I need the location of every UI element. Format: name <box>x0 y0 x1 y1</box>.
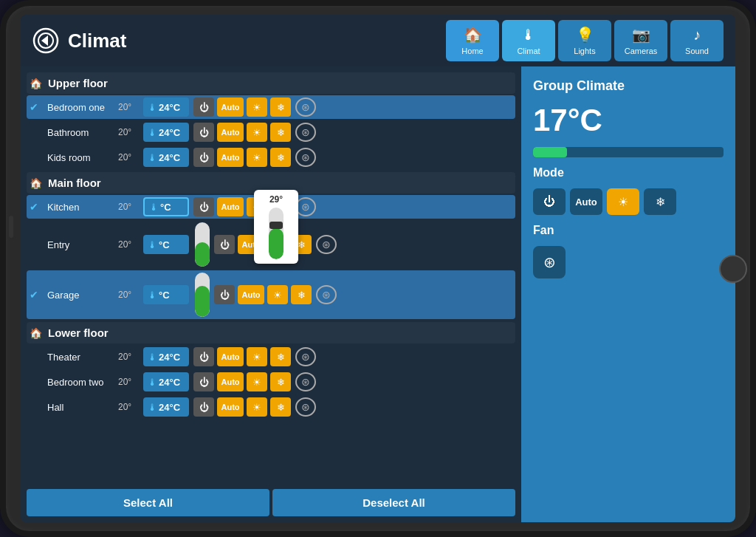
temp-val-kids-room: 24°C <box>159 152 180 163</box>
slider-track-kitchen[interactable] <box>269 208 284 259</box>
nav-tabs: 🏠 Home 🌡 Climat 💡 Lights 📷 Cameras ♪ <box>446 20 724 61</box>
sun-btn-theater[interactable]: ☀ <box>247 347 267 366</box>
side-button[interactable] <box>9 216 13 238</box>
room-name-theater: Theater <box>47 352 114 363</box>
temp-slider-kitchen[interactable]: 29° <box>254 190 298 264</box>
room-name-garage: Garage <box>47 290 114 301</box>
room-row-bathroom[interactable]: ✔ Bathroom 20° 🌡 24°C ⏻ Auto ☀ ❄ <box>27 120 515 144</box>
fan-btn-bedroom-one[interactable]: ⊛ <box>295 98 316 117</box>
auto-btn-kitchen[interactable]: Auto <box>217 197 244 216</box>
mode-btn-cool[interactable]: ❄ <box>644 188 676 215</box>
setpoint-bedroom-two: 20° <box>118 377 139 387</box>
room-row-kids-room[interactable]: ✔ Kids room 20° 🌡 24°C ⏻ Auto ☀ ❄ <box>27 146 515 169</box>
floor-icon-upper: 🏠 <box>30 78 42 89</box>
room-row-bedroom-one[interactable]: ✔ Bedroom one 20° 🌡 24°C ⏻ Auto ☀ ❄ <box>27 95 515 119</box>
fan-btn-entry[interactable]: ⊛ <box>316 235 337 254</box>
auto-btn-garage[interactable]: Auto <box>238 285 264 304</box>
fan-btn-hall[interactable]: ⊛ <box>295 397 316 417</box>
temp-display-entry[interactable]: 🌡 °C <box>143 235 189 254</box>
controls-theater: ⏻ Auto ☀ ❄ <box>193 347 291 366</box>
fan-btn-kitchen[interactable]: ⊛ <box>295 197 316 216</box>
back-icon[interactable] <box>32 27 59 54</box>
floor-label-lower: Lower floor <box>48 326 109 339</box>
fan-btn-bedroom-two[interactable]: ⊛ <box>295 372 316 391</box>
snow-btn-hall[interactable]: ❄ <box>270 397 291 417</box>
snow-btn-garage[interactable]: ❄ <box>291 285 312 304</box>
deselect-all-button[interactable]: Deselect All <box>272 489 515 516</box>
auto-btn-bedroom-two[interactable]: Auto <box>217 372 244 391</box>
temp-display-bathroom[interactable]: 🌡 24°C <box>143 123 189 142</box>
temp-display-bedroom-two[interactable]: 🌡 24°C <box>143 372 189 391</box>
sun-btn-hall[interactable]: ☀ <box>247 397 267 417</box>
auto-btn-hall[interactable]: Auto <box>217 397 244 417</box>
nav-tab-home[interactable]: 🏠 Home <box>446 20 499 61</box>
therm-icon-bedroom-two: 🌡 <box>148 377 157 388</box>
room-name-kitchen: Kitchen <box>47 202 114 213</box>
controls-kids-room: ⏻ Auto ☀ ❄ <box>193 148 291 167</box>
snow-btn-kids-room[interactable]: ❄ <box>270 148 291 167</box>
snow-btn-bathroom[interactable]: ❄ <box>270 123 291 142</box>
nav-tab-cameras[interactable]: 📷 Cameras <box>614 20 667 61</box>
tablet-screen: Climat 🏠 Home 🌡 Climat 💡 Lights 📷 Camer <box>21 15 735 522</box>
fan-btn-kids-room[interactable]: ⊛ <box>295 148 316 167</box>
power-btn-kids-room[interactable]: ⏻ <box>193 148 214 167</box>
temp-display-garage[interactable]: 🌡 °C <box>143 285 189 304</box>
nav-tab-climat[interactable]: 🌡 Climat <box>502 20 555 61</box>
mode-btn-auto[interactable]: Auto <box>570 188 602 215</box>
room-name-kids-room: Kids room <box>47 152 114 163</box>
snow-btn-theater[interactable]: ❄ <box>270 347 291 366</box>
room-row-garage[interactable]: ✔ Garage 20° 🌡 °C <box>27 270 515 319</box>
header: Climat 🏠 Home 🌡 Climat 💡 Lights 📷 Camer <box>21 15 735 66</box>
auto-btn-bathroom[interactable]: Auto <box>217 123 244 142</box>
select-all-button[interactable]: Select All <box>27 489 269 516</box>
power-btn-kitchen[interactable]: ⏻ <box>193 197 214 216</box>
fan-control-button[interactable]: ⊛ <box>533 246 566 278</box>
nav-tab-sound[interactable]: ♪ Sound <box>670 20 724 61</box>
sun-btn-bedroom-two[interactable]: ☀ <box>247 372 267 391</box>
temp-display-hall[interactable]: 🌡 24°C <box>143 397 189 417</box>
auto-btn-kids-room[interactable]: Auto <box>217 148 244 167</box>
auto-btn-theater[interactable]: Auto <box>217 347 244 366</box>
snow-btn-bedroom-one[interactable]: ❄ <box>270 98 291 117</box>
room-row-bedroom-two[interactable]: ✔ Bedroom two 20° 🌡 24°C ⏻ Auto ☀ ❄ <box>27 370 515 394</box>
temp-val-garage: °C <box>159 290 170 301</box>
power-btn-hall[interactable]: ⏻ <box>193 397 214 417</box>
check-theater: ✔ <box>30 351 43 363</box>
sun-btn-bedroom-one[interactable]: ☀ <box>247 98 267 117</box>
snow-btn-bedroom-two[interactable]: ❄ <box>270 372 291 391</box>
auto-btn-bedroom-one[interactable]: Auto <box>217 98 244 117</box>
power-btn-bathroom[interactable]: ⏻ <box>193 123 214 142</box>
fan-btn-garage[interactable]: ⊛ <box>316 285 337 304</box>
fan-btn-bathroom[interactable]: ⊛ <box>295 123 316 142</box>
power-btn-bedroom-one[interactable]: ⏻ <box>193 98 214 117</box>
mode-btn-off[interactable]: ⏻ <box>533 188 566 215</box>
svg-marker-2 <box>41 35 48 46</box>
room-row-theater[interactable]: ✔ Theater 20° 🌡 24°C ⏻ Auto ☀ ❄ <box>27 345 515 369</box>
sun-btn-garage[interactable]: ☀ <box>267 285 288 304</box>
power-btn-entry[interactable]: ⏻ <box>214 235 235 254</box>
temp-display-kids-room[interactable]: 🌡 24°C <box>143 148 189 167</box>
mode-btn-heat[interactable]: ☀ <box>607 188 639 215</box>
power-btn-theater[interactable]: ⏻ <box>193 347 214 366</box>
setpoint-bathroom: 20° <box>118 127 139 137</box>
climat-icon: 🌡 <box>521 27 536 44</box>
temp-display-kitchen[interactable]: 🌡 °C <box>143 197 189 216</box>
sun-btn-kids-room[interactable]: ☀ <box>247 148 267 167</box>
slider-fill-kitchen <box>269 228 284 259</box>
temp-display-bedroom-one[interactable]: 🌡 24°C <box>143 98 189 117</box>
temp-display-theater[interactable]: 🌡 24°C <box>143 347 189 366</box>
floor-header-lower: 🏠 Lower floor <box>27 322 515 343</box>
room-row-kitchen[interactable]: ✔ Kitchen 20° 🌡 °C 29° <box>27 195 515 219</box>
slider-thumb-kitchen[interactable] <box>269 222 283 229</box>
power-btn-garage[interactable]: ⏻ <box>214 285 235 304</box>
fan-label: Fan <box>533 224 724 237</box>
floor-label-upper: Upper floor <box>48 77 108 89</box>
room-row-hall[interactable]: ✔ Hall 20° 🌡 24°C ⏻ Auto ☀ ❄ <box>27 395 515 419</box>
nav-tab-lights[interactable]: 💡 Lights <box>558 20 611 61</box>
temp-val-bathroom: 24°C <box>159 127 180 138</box>
fan-btn-theater[interactable]: ⊛ <box>295 347 316 366</box>
group-temperature: 17°C <box>533 103 724 138</box>
home-button[interactable] <box>719 255 747 283</box>
power-btn-bedroom-two[interactable]: ⏻ <box>193 372 214 391</box>
sun-btn-bathroom[interactable]: ☀ <box>247 123 267 142</box>
